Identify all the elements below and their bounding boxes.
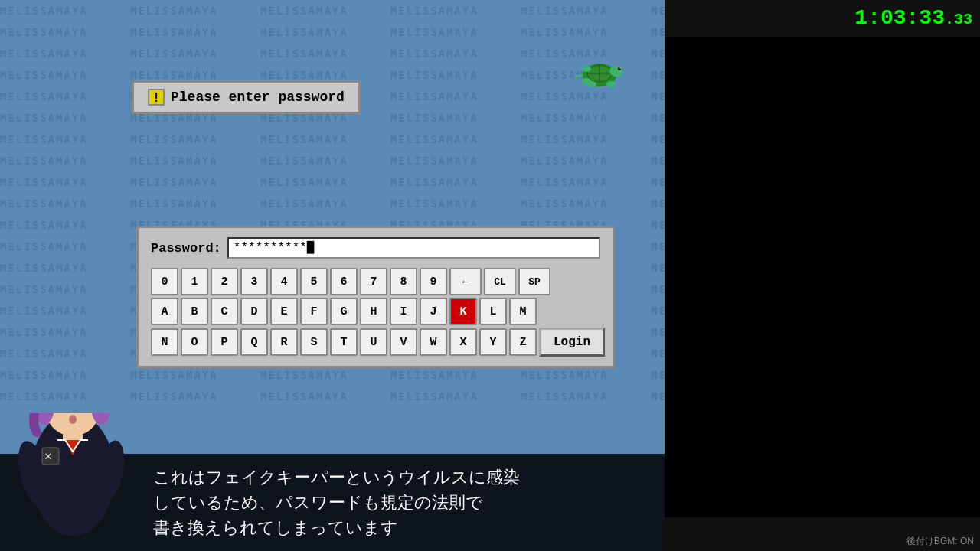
login-button[interactable]: Login: [539, 328, 605, 357]
key-Q[interactable]: Q: [240, 328, 268, 356]
right-panel: 1:03:33.33 後付けBGM: ON: [665, 0, 980, 551]
key-H[interactable]: H: [360, 298, 387, 325]
key-4[interactable]: 4: [270, 268, 298, 295]
alpha-row-2: N O P Q R S T U V W X Y Z Login: [151, 328, 600, 357]
password-label: Password:: [151, 241, 221, 256]
key-A[interactable]: A: [151, 298, 178, 325]
password-dialog: Password: **********█ 0 1 2 3 4 5 6 7 8 …: [136, 226, 615, 368]
key-K[interactable]: K: [449, 298, 477, 325]
key-P[interactable]: P: [211, 328, 238, 356]
svg-point-9: [606, 81, 616, 87]
bgm-label: 後付けBGM: ON: [906, 535, 974, 548]
key-R[interactable]: R: [270, 328, 298, 356]
caption-line3: 書き換えられてしまっています: [153, 515, 649, 540]
svg-point-10: [587, 81, 596, 87]
key-C[interactable]: C: [211, 298, 238, 325]
key-B[interactable]: B: [181, 298, 208, 325]
key-clear[interactable]: CL: [484, 268, 516, 295]
key-9[interactable]: 9: [420, 268, 447, 295]
key-O[interactable]: O: [181, 328, 208, 356]
alpha-row-1: A B C D E F G H I J K L M: [151, 298, 600, 325]
key-1[interactable]: 1: [181, 268, 208, 295]
keyboard-area: 0 1 2 3 4 5 6 7 8 9 ← CL SP A B C D E: [151, 268, 600, 357]
number-row: 0 1 2 3 4 5 6 7 8 9 ← CL SP: [151, 268, 600, 295]
key-G[interactable]: G: [330, 298, 358, 325]
key-0[interactable]: 0: [151, 268, 178, 295]
password-value: **********█: [234, 241, 315, 255]
timer-area: 1:03:33.33: [854, 6, 972, 30]
alert-icon: !: [148, 89, 165, 106]
key-E[interactable]: E: [270, 298, 298, 325]
key-W[interactable]: W: [420, 328, 447, 356]
caption-line2: しているため、パスワードも規定の法則で: [153, 490, 649, 515]
key-T[interactable]: T: [330, 328, 358, 356]
key-Z[interactable]: Z: [509, 328, 537, 356]
key-F[interactable]: F: [300, 298, 328, 325]
avatar-area: ✕: [0, 413, 161, 551]
svg-point-27: [69, 415, 77, 424]
svg-point-7: [582, 66, 591, 72]
key-X[interactable]: X: [449, 328, 477, 356]
key-Y[interactable]: Y: [479, 328, 507, 356]
key-V[interactable]: V: [390, 328, 417, 356]
key-L[interactable]: L: [479, 298, 507, 325]
game-area: MELISSAMAYA MELISSAMAYA MELISSAMAYA MELI…: [0, 0, 665, 551]
timer-ms: .33: [945, 11, 972, 28]
alert-text: Please enter password: [171, 90, 345, 105]
password-field[interactable]: **********█: [227, 237, 600, 259]
svg-point-6: [619, 67, 620, 68]
key-7[interactable]: 7: [360, 268, 387, 295]
key-U[interactable]: U: [360, 328, 387, 356]
key-M[interactable]: M: [509, 298, 537, 325]
timer-main: 1:03:33: [854, 6, 945, 30]
key-backspace[interactable]: ←: [449, 268, 482, 295]
key-6[interactable]: 6: [330, 268, 358, 295]
key-S[interactable]: S: [300, 328, 328, 356]
alert-box: ! Please enter password: [132, 80, 361, 114]
key-D[interactable]: D: [240, 298, 268, 325]
caption-line1: これはフェイクキーパーというウイルスに感染: [153, 465, 649, 490]
stream-preview-panel: [665, 37, 980, 517]
password-row: Password: **********█: [151, 237, 600, 259]
anime-character: ✕: [0, 413, 153, 551]
key-I[interactable]: I: [390, 298, 417, 325]
key-8[interactable]: 8: [390, 268, 417, 295]
svg-text:✕: ✕: [44, 448, 52, 463]
key-space[interactable]: SP: [518, 268, 550, 295]
turtle-sprite: [573, 52, 634, 94]
key-J[interactable]: J: [420, 298, 447, 325]
key-3[interactable]: 3: [240, 268, 268, 295]
key-2[interactable]: 2: [211, 268, 238, 295]
key-5[interactable]: 5: [300, 268, 328, 295]
svg-point-4: [609, 66, 623, 77]
key-N[interactable]: N: [151, 328, 178, 356]
